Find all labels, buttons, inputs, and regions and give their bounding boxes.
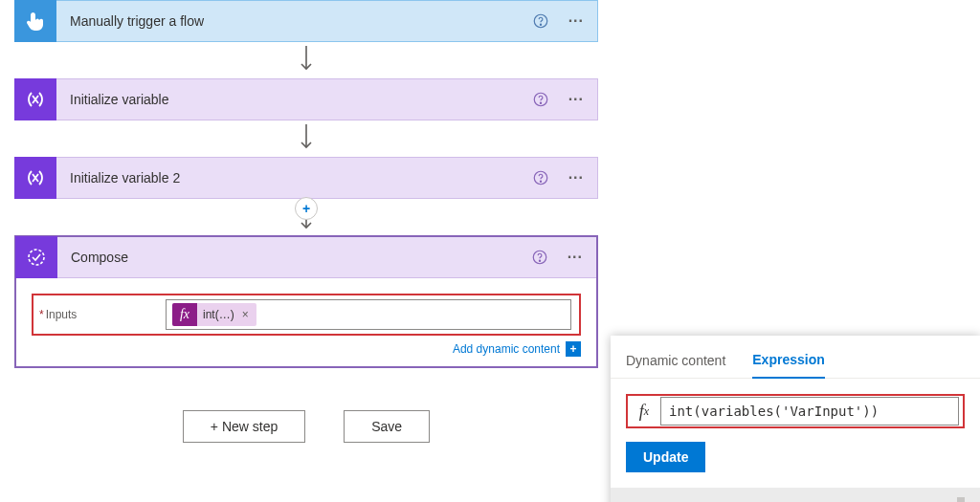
svg-point-4 bbox=[540, 102, 541, 103]
variable-icon bbox=[14, 78, 56, 120]
expression-token[interactable]: fx int(…) × bbox=[172, 303, 256, 326]
more-icon[interactable]: ··· bbox=[568, 12, 584, 30]
fx-icon: fx bbox=[628, 396, 660, 426]
scrollbar-thumb[interactable] bbox=[957, 497, 965, 502]
fx-icon: fx bbox=[172, 303, 197, 326]
step-title: Compose bbox=[71, 250, 128, 265]
help-icon[interactable] bbox=[532, 12, 549, 30]
step-title: Initialize variable 2 bbox=[70, 170, 180, 186]
tab-dynamic-content[interactable]: Dynamic content bbox=[626, 353, 725, 378]
expression-input[interactable]: int(variables('VarInput')) bbox=[660, 397, 959, 426]
flow-arrow bbox=[14, 124, 598, 153]
svg-point-11 bbox=[539, 260, 540, 261]
more-icon[interactable]: ··· bbox=[568, 169, 584, 186]
expression-input-highlight: fx int(variables('VarInput')) bbox=[626, 394, 965, 428]
touch-icon bbox=[14, 0, 56, 42]
step-trigger[interactable]: Manually trigger a flow ··· bbox=[14, 0, 598, 42]
help-icon[interactable] bbox=[531, 249, 548, 266]
panel-section-header: String functions See more bbox=[611, 488, 980, 502]
help-icon[interactable] bbox=[532, 91, 549, 108]
inputs-row-highlight: *Inputs fx int(…) × bbox=[32, 294, 581, 336]
plus-icon: + bbox=[566, 341, 581, 357]
step-init-var-2[interactable]: Initialize variable 2 ··· bbox=[14, 157, 598, 199]
step-compose: Compose ··· *Inputs fx int(…) × Add dyna… bbox=[14, 235, 598, 368]
inputs-label: *Inputs bbox=[33, 308, 166, 321]
inputs-field[interactable]: fx int(…) × bbox=[166, 299, 571, 330]
step-init-var[interactable]: Initialize variable ··· bbox=[14, 78, 598, 120]
flow-canvas: Manually trigger a flow ··· Initialize v… bbox=[0, 0, 598, 443]
compose-header[interactable]: Compose ··· bbox=[16, 237, 596, 277]
flow-arrow bbox=[14, 46, 598, 75]
svg-point-9 bbox=[29, 250, 44, 265]
update-button[interactable]: Update bbox=[626, 442, 705, 472]
flow-arrow: + bbox=[14, 205, 598, 233]
step-title: Initialize variable bbox=[70, 92, 169, 107]
more-icon[interactable]: ··· bbox=[568, 249, 583, 266]
new-step-button[interactable]: + New step bbox=[183, 410, 305, 443]
help-icon[interactable] bbox=[532, 169, 549, 186]
expression-panel: Dynamic content Expression fx int(variab… bbox=[611, 336, 980, 502]
add-dynamic-content-link[interactable]: Add dynamic content + bbox=[32, 341, 581, 357]
add-step-button[interactable]: + bbox=[295, 197, 318, 220]
step-title: Manually trigger a flow bbox=[70, 13, 204, 29]
svg-point-1 bbox=[540, 24, 541, 25]
compose-icon bbox=[15, 236, 57, 278]
svg-point-7 bbox=[540, 181, 541, 182]
more-icon[interactable]: ··· bbox=[568, 91, 584, 108]
tab-expression[interactable]: Expression bbox=[752, 352, 824, 379]
variable-icon bbox=[14, 157, 56, 199]
remove-token-icon[interactable]: × bbox=[240, 308, 256, 321]
token-text: int(…) bbox=[197, 308, 240, 321]
save-button[interactable]: Save bbox=[344, 410, 430, 443]
